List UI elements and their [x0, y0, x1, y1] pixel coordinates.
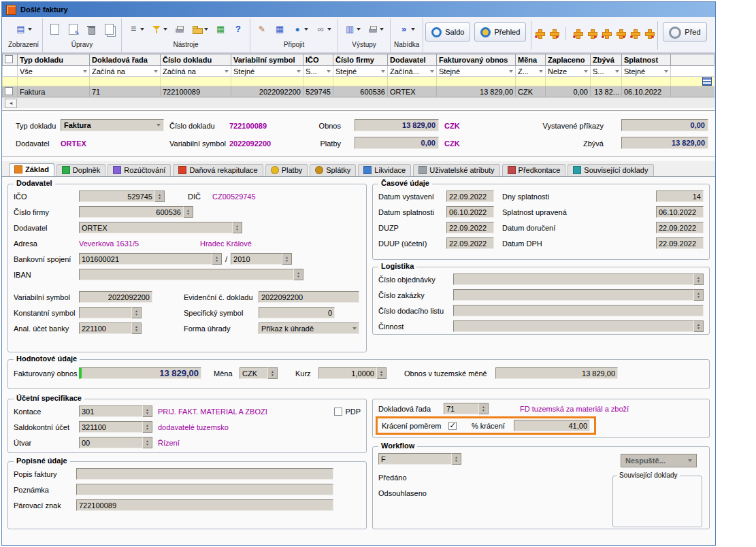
iban-field[interactable]	[79, 269, 294, 280]
kod-banky-field[interactable]: 2010	[231, 253, 282, 265]
spinner-icon[interactable]	[212, 253, 222, 265]
menu-button[interactable]	[396, 22, 418, 37]
filter-combo[interactable]: Začíná na	[90, 66, 161, 77]
spinner-icon[interactable]	[479, 403, 489, 414]
search-cell[interactable]	[671, 77, 714, 86]
help-button[interactable]	[230, 22, 246, 37]
summary-button[interactable]	[212, 22, 229, 37]
cell-zbyva[interactable]: 13 82...	[591, 86, 622, 97]
procento-kraceni-field[interactable]: 41,00	[514, 420, 590, 431]
attach-note-button[interactable]	[254, 22, 270, 37]
grid-header[interactable]: Zaplaceno	[546, 54, 591, 66]
grid-header[interactable]: Splatnost	[622, 54, 671, 66]
pdp-checkbox[interactable]	[334, 408, 342, 416]
cell-fakturovany-obnos[interactable]: 13 829,00	[437, 86, 516, 97]
sort-button[interactable]	[125, 22, 147, 37]
nav-cross-6-icon[interactable]	[615, 28, 626, 39]
spinner-icon[interactable]	[694, 274, 704, 285]
filter-combo[interactable]: Stejné	[437, 66, 516, 77]
filter-combo[interactable]: S...	[303, 66, 333, 77]
utvar-field[interactable]: 00	[79, 437, 143, 448]
poznamka-field[interactable]	[76, 484, 333, 495]
mena-field[interactable]: CZK	[240, 367, 268, 379]
search-cell[interactable]	[546, 77, 591, 86]
cell-variabilni-symbol[interactable]: 2022092200	[231, 86, 303, 97]
cell-splatnost[interactable]: 06.10.2022	[622, 86, 671, 97]
spinner-icon[interactable]	[143, 421, 152, 433]
spinner-icon[interactable]	[377, 367, 387, 379]
tab-splatky[interactable]: Splátky	[310, 164, 356, 176]
cell-ico[interactable]: 529745	[303, 86, 333, 97]
row-select-cell[interactable]	[3, 86, 18, 97]
search-cell[interactable]	[333, 77, 388, 86]
open-folder-button[interactable]	[189, 22, 211, 37]
horizontal-scrollbar[interactable]	[2, 97, 715, 108]
delete-record-button[interactable]	[83, 22, 99, 37]
datum-dph-field[interactable]: 22.09.2022	[656, 237, 704, 249]
filter-combo[interactable]: Nelze	[546, 66, 591, 77]
dodavatel-field[interactable]: ORTEX	[79, 222, 233, 233]
cell-dodavatel[interactable]: ORTEX	[388, 86, 437, 97]
konstantni-symbol-field[interactable]	[79, 307, 132, 318]
grid-header[interactable]: Dokladová řada	[90, 54, 161, 66]
grid-header[interactable]: Číslo dokladu	[161, 54, 231, 66]
search-cell[interactable]	[90, 77, 161, 86]
spinner-icon[interactable]	[282, 253, 292, 265]
grid-header[interactable]: IČO	[303, 54, 333, 66]
datum-doruceni-field[interactable]: 22.09.2022	[656, 222, 704, 233]
spinner-icon[interactable]	[452, 453, 461, 465]
saldokontni-ucet-field[interactable]: 321100	[79, 421, 143, 433]
nespusteno-button[interactable]: Nespuště...	[621, 454, 697, 467]
print-output-button[interactable]	[365, 22, 387, 37]
nav-cross-7-icon[interactable]	[629, 28, 640, 39]
spinner-icon[interactable]	[694, 289, 704, 301]
search-cell[interactable]	[3, 77, 18, 86]
grid-header[interactable]: Číslo firmy	[333, 54, 388, 66]
forma-uhrady-combo[interactable]: Příkaz k úhradě	[259, 322, 359, 334]
nav-cross-1-icon[interactable]	[534, 28, 545, 39]
search-cell[interactable]	[622, 77, 671, 86]
fakturovany-obnos-field[interactable]: 13 829,00	[79, 367, 201, 379]
grid-options-icon[interactable]	[702, 77, 712, 86]
new-record-button[interactable]	[46, 21, 63, 37]
filter-combo[interactable]: S...	[591, 66, 622, 77]
export-button[interactable]	[342, 22, 363, 37]
grid-header[interactable]: Dodavatel	[388, 54, 437, 66]
tab-danova-rekapitulace[interactable]: Daňová rekapitulace	[173, 164, 263, 176]
pred-button[interactable]: Před	[663, 22, 706, 42]
attach-link-button[interactable]	[289, 22, 311, 37]
cislo-zakazky-field[interactable]	[453, 289, 694, 301]
tab-rozuctovani[interactable]: Rozúčtování	[108, 164, 171, 176]
search-cell[interactable]	[161, 77, 231, 86]
copy-record-button[interactable]	[101, 21, 118, 37]
search-cell[interactable]	[303, 77, 333, 86]
nav-cross-4-icon[interactable]	[587, 28, 597, 39]
datum-vystaveni-field[interactable]: 22.09.2022	[446, 190, 494, 202]
kurz-field[interactable]: 1,0000	[318, 367, 377, 379]
nav-cross-3-icon[interactable]	[572, 28, 583, 39]
grid-header[interactable]: Fakturovaný obnos	[437, 54, 516, 66]
row-checkbox[interactable]	[5, 87, 13, 95]
grid-select-all-cell[interactable]	[3, 54, 18, 66]
bankovni-ucet-field[interactable]: 101600021	[79, 253, 212, 265]
duzp-field[interactable]: 22.09.2022	[446, 222, 494, 233]
ico-field[interactable]: 529745	[79, 190, 155, 202]
spinner-icon[interactable]	[155, 190, 165, 202]
spinner-icon[interactable]	[132, 322, 142, 334]
dokladova-rada-field[interactable]: 71	[444, 403, 479, 414]
spinner-icon[interactable]	[143, 405, 152, 417]
tab-predkontace[interactable]: Předkontace	[502, 164, 566, 176]
attach-table-button[interactable]	[272, 22, 288, 37]
search-cell[interactable]	[231, 77, 303, 86]
attach-relation-button[interactable]	[312, 22, 334, 37]
select-all-checkbox[interactable]	[5, 55, 13, 63]
tuzemsky-obnos-field[interactable]: 13 829,00	[495, 367, 618, 379]
filter-combo[interactable]: Začíná...	[388, 66, 437, 77]
saldo-button[interactable]: Saldo	[425, 22, 470, 42]
nav-cross-5-icon[interactable]	[601, 28, 612, 39]
cislo-objednavky-field[interactable]	[453, 274, 694, 285]
parovaci-znak-field[interactable]: 722100089	[76, 499, 333, 511]
filter-button[interactable]	[148, 22, 170, 37]
grid-header[interactable]: Měna	[516, 54, 546, 66]
grid-header[interactable]: Zbývá	[591, 54, 622, 66]
